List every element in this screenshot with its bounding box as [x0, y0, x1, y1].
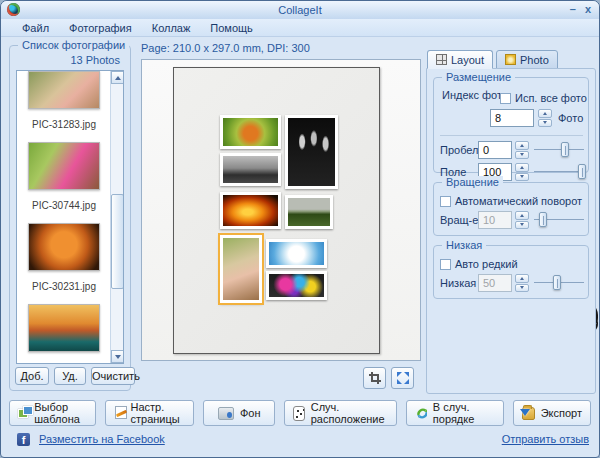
spin-up-icon[interactable]	[515, 211, 529, 220]
margin-slider[interactable]	[534, 164, 584, 179]
rotation-group: Вращение Автоматический поворот Вращ-е 1…	[433, 182, 589, 236]
gap-spinner[interactable]	[515, 141, 529, 159]
low-spinner[interactable]	[515, 274, 529, 292]
auto-sparse-checkbox[interactable]: Авто редкий	[440, 254, 518, 272]
auto-rotation-checkbox[interactable]: Автоматический поворот	[440, 191, 582, 209]
expand-arrows-icon	[396, 371, 410, 385]
export-folder-icon	[522, 407, 535, 420]
checkbox-icon[interactable]	[500, 93, 511, 104]
photo-thumb-girl-log[interactable]	[28, 71, 100, 109]
facebook-share-link[interactable]: Разместить на Facebook	[39, 433, 165, 445]
facebook-icon: f	[17, 433, 30, 446]
collage-photo-butterfly[interactable]	[220, 115, 281, 149]
list-item[interactable]: PIC-31283.jpg	[17, 71, 111, 142]
menu-help[interactable]: Помощь	[201, 21, 262, 35]
spin-up-icon[interactable]	[515, 274, 529, 283]
random-layout-button[interactable]: Случ. расположение	[284, 400, 397, 426]
photo-list: PIC-31283.jpg PIC-30744.jpg PIC-30231.jp…	[16, 70, 124, 364]
placement-title: Размещение	[442, 71, 515, 83]
photo-count-field[interactable]: 8	[490, 109, 534, 127]
spin-up-icon[interactable]	[538, 109, 552, 118]
collage-photo-car-bw[interactable]	[220, 153, 281, 186]
photo-thumb-tiger[interactable]	[28, 223, 100, 271]
collage-photo-field[interactable]	[285, 195, 333, 229]
bottom-toolbar: Выбор шаблона Настр. страницы Фон Случ. …	[1, 397, 599, 429]
gap-field[interactable]: 0	[478, 141, 512, 159]
spin-down-icon[interactable]	[515, 284, 529, 293]
titlebar[interactable]: CollageIt – x	[1, 1, 599, 19]
collage-photo-men-bw[interactable]	[285, 115, 338, 189]
crop-button[interactable]	[363, 367, 386, 389]
clear-photos-button[interactable]: Очистить	[91, 367, 135, 385]
slider-thumb[interactable]	[539, 212, 547, 227]
low-field: 50	[478, 274, 512, 292]
rotation-slider[interactable]	[534, 212, 584, 227]
tab-layout-label: Layout	[451, 54, 484, 66]
photo-thumb-pyramid[interactable]	[28, 304, 100, 352]
tab-layout[interactable]: Layout	[427, 50, 493, 69]
placement-group: Размещение Индекс фото Исп. все фото 8 Ф…	[433, 77, 589, 173]
export-button[interactable]: Экспорт	[513, 400, 591, 426]
checkbox-icon[interactable]	[440, 196, 451, 207]
collage-photo-girl-selected[interactable]	[220, 235, 262, 303]
list-item[interactable]: PIC-30227.jpg	[17, 304, 111, 363]
scroll-down-icon[interactable]	[111, 350, 124, 363]
remove-photo-button[interactable]: Уд.	[54, 367, 86, 385]
collage-photo-heart-cloud[interactable]	[266, 239, 327, 268]
background-button[interactable]: Фон	[203, 400, 275, 426]
dice-icon	[293, 406, 305, 421]
photo-list-title: Список фотографии	[18, 39, 129, 51]
slider-thumb[interactable]	[553, 275, 561, 290]
photo-thumb-girl-pink[interactable]	[28, 142, 100, 190]
fit-expand-button[interactable]	[391, 367, 414, 389]
random-order-button[interactable]: В случ. порядке	[406, 400, 504, 426]
page-info: Page: 210.0 x 297.0 mm, DPI: 300	[141, 42, 310, 54]
refresh-arrows-icon	[415, 406, 426, 421]
photo-filename: PIC-30744.jpg	[17, 190, 111, 223]
list-scrollbar[interactable]	[110, 71, 123, 363]
spin-down-icon[interactable]	[538, 119, 552, 128]
rotation-title: Вращение	[442, 176, 503, 188]
low-title: Низкая	[442, 239, 486, 251]
minimize-button[interactable]: –	[570, 2, 576, 16]
choose-template-button[interactable]: Выбор шаблона	[9, 400, 96, 426]
close-button[interactable]: x	[585, 2, 591, 16]
tab-photo-label: Photo	[520, 54, 549, 66]
checkbox-icon[interactable]	[440, 259, 451, 270]
menu-file[interactable]: Файл	[13, 21, 58, 35]
spin-down-icon[interactable]	[515, 221, 529, 230]
send-feedback-link[interactable]: Отправить отзыв	[502, 433, 589, 445]
collage-preview-panel	[141, 59, 421, 361]
menu-collage[interactable]: Коллаж	[143, 21, 200, 35]
spin-up-icon[interactable]	[515, 141, 529, 150]
photo-index-label: Индекс фото	[442, 89, 508, 101]
rotation-spinner[interactable]	[515, 211, 529, 229]
collage-page[interactable]	[173, 67, 380, 354]
low-group: Низкая Авто редкий Низкая 50	[433, 245, 589, 299]
margin-spinner[interactable]	[515, 163, 529, 181]
spin-down-icon[interactable]	[515, 173, 529, 182]
spin-up-icon[interactable]	[515, 163, 529, 172]
menu-photo[interactable]: Фотография	[60, 21, 141, 35]
slider-thumb[interactable]	[561, 142, 569, 157]
photo-count-spinner[interactable]	[538, 109, 552, 127]
spin-down-icon[interactable]	[515, 151, 529, 160]
collage-photo-fire[interactable]	[220, 192, 281, 229]
collage-photo-color-car[interactable]	[266, 271, 327, 300]
list-item[interactable]: PIC-30744.jpg	[17, 142, 111, 223]
links-row: f Разместить на Facebook Отправить отзыв	[1, 431, 599, 451]
collageit-window: CollageIt – x Файл Фотография Коллаж Пом…	[0, 0, 600, 458]
gap-slider[interactable]	[534, 142, 584, 157]
scrollbar-thumb[interactable]	[111, 194, 124, 289]
app-logo-icon	[7, 3, 20, 16]
photo-filename: PIC-30231.jpg	[17, 271, 111, 304]
low-slider[interactable]	[534, 275, 584, 290]
slider-thumb[interactable]	[578, 164, 586, 179]
page-settings-button[interactable]: Настр. страницы	[105, 400, 194, 426]
scroll-up-icon[interactable]	[111, 71, 124, 84]
use-all-photos-checkbox[interactable]: Исп. все фото	[500, 88, 587, 106]
photo-filename: PIC-30227.jpg	[17, 352, 111, 363]
tab-photo[interactable]: Photo	[496, 50, 558, 69]
list-item[interactable]: PIC-30231.jpg	[17, 223, 111, 304]
add-photo-button[interactable]: Доб.	[15, 367, 49, 385]
